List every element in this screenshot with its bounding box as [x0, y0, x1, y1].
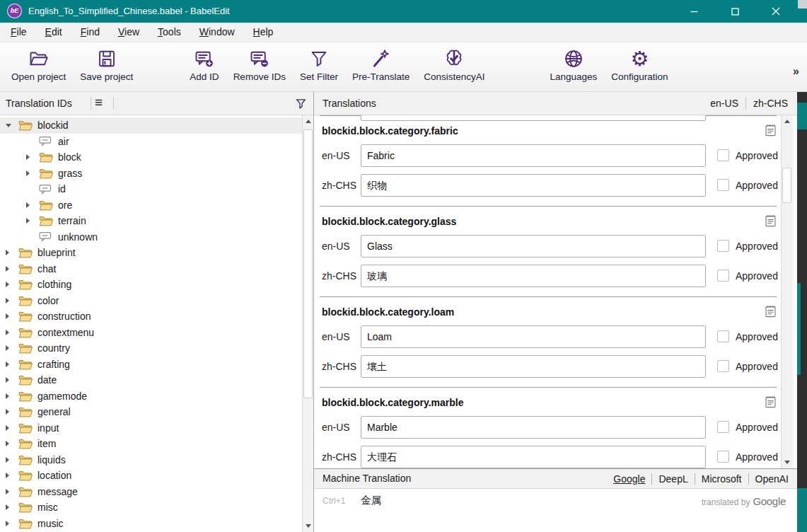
- tree-menu-icon[interactable]: ≡: [95, 92, 103, 113]
- column-zh-chs[interactable]: zh-CHS: [746, 98, 795, 109]
- notes-icon[interactable]: [765, 305, 776, 320]
- chevron-right-icon[interactable]: [6, 330, 18, 335]
- approved-checkbox[interactable]: [717, 179, 729, 191]
- tree-item-color[interactable]: color: [0, 293, 302, 309]
- approved-checkbox[interactable]: [717, 270, 729, 282]
- chevron-right-icon[interactable]: [6, 489, 18, 495]
- tab-deepl[interactable]: DeepL: [652, 473, 694, 485]
- notes-icon[interactable]: [765, 214, 776, 230]
- approved-checkbox[interactable]: [717, 421, 729, 433]
- chevron-right-icon[interactable]: [26, 170, 39, 176]
- translation-input[interactable]: 玻璃: [361, 265, 706, 287]
- tree-item-item[interactable]: item: [0, 436, 302, 452]
- menu-help[interactable]: Help: [244, 23, 283, 42]
- chevron-right-icon[interactable]: [6, 521, 18, 526]
- tree-item-contextmenu[interactable]: contextmenu: [0, 325, 302, 341]
- translation-input[interactable]: 壤土: [361, 355, 706, 378]
- tree-item-crafting[interactable]: crafting: [0, 357, 302, 373]
- tab-openai[interactable]: OpenAI: [749, 473, 795, 485]
- menu-file[interactable]: File: [1, 23, 36, 42]
- maximize-button[interactable]: [714, 0, 755, 23]
- chevron-right-icon[interactable]: [6, 282, 18, 287]
- approved-checkbox[interactable]: [717, 240, 729, 252]
- chevron-right-icon[interactable]: [26, 202, 39, 208]
- chevron-right-icon[interactable]: [6, 425, 18, 431]
- translation-input[interactable]: Loam: [361, 325, 706, 348]
- tree-item-location[interactable]: location: [0, 468, 302, 484]
- tree-item-block[interactable]: block: [0, 149, 302, 166]
- scroll-up-icon[interactable]: [306, 120, 311, 123]
- tree-item-clothing[interactable]: clothing: [0, 277, 302, 293]
- tree-item-date[interactable]: date: [0, 372, 302, 388]
- chevron-down-icon[interactable]: [6, 124, 18, 127]
- tree-item-grass[interactable]: grass: [0, 166, 302, 182]
- tree-item-country[interactable]: country: [0, 340, 302, 357]
- approved-checkbox[interactable]: [717, 330, 729, 342]
- chevron-right-icon[interactable]: [26, 218, 39, 224]
- scroll-down-icon[interactable]: [306, 524, 311, 528]
- save-project-button[interactable]: Save project: [73, 45, 140, 83]
- approved-checkbox[interactable]: [717, 149, 729, 161]
- tab-google[interactable]: Google: [607, 473, 651, 485]
- configuration-button[interactable]: ⚙ Configuration: [604, 45, 675, 83]
- translation-suggestion[interactable]: 金属: [361, 494, 381, 507]
- tree-item-blockid[interactable]: blockid: [0, 117, 302, 134]
- approved-checkbox[interactable]: [717, 451, 729, 463]
- remove-ids-button[interactable]: Remove IDs: [226, 45, 293, 83]
- chevron-right-icon[interactable]: [6, 298, 18, 303]
- chevron-right-icon[interactable]: [6, 441, 18, 446]
- tree-item-general[interactable]: general: [0, 404, 302, 420]
- menu-view[interactable]: View: [109, 23, 149, 42]
- chevron-right-icon[interactable]: [6, 377, 18, 383]
- menu-window[interactable]: Window: [190, 23, 244, 42]
- chevron-right-icon[interactable]: [6, 313, 18, 319]
- translation-input[interactable]: Fabric: [361, 144, 706, 167]
- column-en-us[interactable]: en-US: [703, 98, 745, 109]
- tree-item-construction[interactable]: construction: [0, 308, 302, 325]
- translations-scrollbar-thumb[interactable]: [782, 168, 791, 203]
- notes-icon[interactable]: [765, 395, 776, 411]
- approved-checkbox[interactable]: [717, 360, 729, 372]
- chevron-right-icon[interactable]: [6, 457, 18, 463]
- tree-filter-icon[interactable]: [294, 97, 308, 113]
- chevron-right-icon[interactable]: [6, 250, 18, 255]
- tree-item-ore[interactable]: ore: [0, 197, 302, 214]
- menu-edit[interactable]: Edit: [36, 23, 71, 42]
- chevron-right-icon[interactable]: [6, 266, 18, 272]
- consistency-ai-button[interactable]: ConsistencyAI: [417, 45, 492, 83]
- chevron-right-icon[interactable]: [6, 393, 18, 399]
- translation-input[interactable]: [361, 115, 706, 121]
- toolbar-overflow-chevron[interactable]: »: [793, 65, 799, 78]
- chevron-right-icon[interactable]: [6, 362, 18, 367]
- translation-input[interactable]: Marble: [361, 416, 706, 439]
- set-filter-button[interactable]: Set Filter: [293, 45, 345, 83]
- translation-input[interactable]: 大理石: [361, 446, 706, 468]
- chevron-right-icon[interactable]: [6, 473, 18, 478]
- scroll-down-icon[interactable]: [784, 461, 790, 464]
- chevron-right-icon[interactable]: [6, 504, 18, 510]
- tree-item-chat[interactable]: chat: [0, 261, 302, 277]
- languages-button[interactable]: Languages: [543, 45, 605, 83]
- add-id-button[interactable]: Add ID: [182, 45, 226, 83]
- translations-scrollbar[interactable]: [781, 115, 793, 468]
- menu-find[interactable]: Find: [71, 23, 109, 42]
- chevron-right-icon[interactable]: [6, 409, 18, 415]
- tree-item-terrain[interactable]: terrain: [0, 213, 302, 229]
- minimize-button[interactable]: [673, 0, 714, 23]
- translation-input[interactable]: 织物: [361, 174, 706, 197]
- tree-item-blueprint[interactable]: blueprint: [0, 245, 302, 261]
- tree-item-music[interactable]: music: [0, 516, 302, 532]
- chevron-right-icon[interactable]: [6, 345, 18, 351]
- scroll-up-icon[interactable]: [784, 120, 790, 123]
- close-button[interactable]: [755, 0, 796, 23]
- tree-item-id[interactable]: id: [0, 181, 302, 197]
- tree-item-liquids[interactable]: liquids: [0, 452, 302, 468]
- tree-item-message[interactable]: message: [0, 484, 302, 500]
- chevron-right-icon[interactable]: [26, 154, 39, 160]
- translation-input[interactable]: Glass: [361, 235, 706, 258]
- open-project-button[interactable]: Open project: [4, 45, 73, 83]
- notes-icon[interactable]: [765, 124, 776, 139]
- tree-scrollbar[interactable]: [302, 115, 313, 532]
- tree-item-air[interactable]: air: [0, 134, 302, 150]
- tree-item-gamemode[interactable]: gamemode: [0, 388, 302, 405]
